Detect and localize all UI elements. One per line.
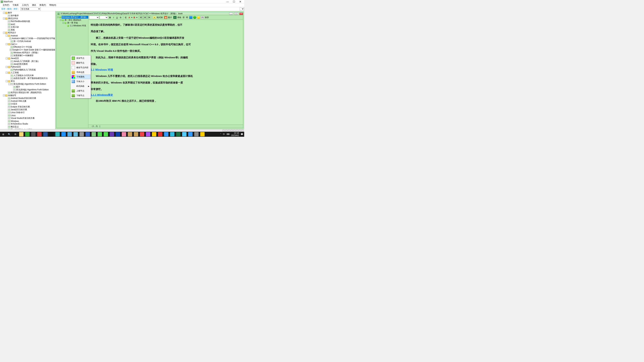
taskbar-app-icon[interactable] — [68, 132, 72, 136]
format-brush-icon[interactable]: ✎ — [153, 16, 156, 19]
tree-node[interactable]: -测试文件夹 — [0, 17, 55, 20]
tree-node[interactable]: 算法(第4版) Algorithms Furth Edition — [0, 88, 55, 91]
context-menu[interactable]: 添加节点删除节点修改节点内容书本信息字体颜色字体大小样式风格▶上移节点下移节点 — [70, 55, 91, 98]
taskbar-app-icon[interactable] — [158, 132, 162, 136]
tree-node[interactable]: 深度探索C++对象模型 — [0, 54, 55, 57]
insert-table-icon[interactable]: X — [173, 16, 176, 19]
tree-node[interactable]: C#语言 — [0, 103, 55, 105]
tree-node[interactable]: -Python语言 — [0, 65, 55, 68]
toggle-icon[interactable]: - — [3, 12, 5, 14]
tree-node[interactable]: 初中数学 — [0, 14, 55, 17]
tray-icon[interactable] — [230, 130, 233, 132]
module-extra-select[interactable] — [240, 7, 244, 10]
tray-icon[interactable] — [222, 130, 225, 132]
maximize-button[interactable]: ☐ — [231, 0, 237, 3]
toggle-icon[interactable]: - — [6, 35, 8, 36]
taskbar-search-icon[interactable]: 🔍 — [7, 132, 12, 136]
taskbar-taskview-icon[interactable]: ⧉ — [13, 132, 18, 136]
tree-node[interactable]: Eclipse 开发日积月累 — [0, 105, 55, 108]
tray-up-icon[interactable]: ˄ — [220, 133, 221, 135]
taskbar-app-icon[interactable] — [37, 132, 42, 136]
toggle-icon[interactable]: - — [3, 94, 5, 96]
font-family-select[interactable] — [89, 16, 99, 19]
tree-node[interactable]: RichTextBox表格问题 — [0, 20, 55, 23]
tree-node[interactable]: 概念定义 — [0, 125, 55, 128]
taskbar-edge-icon[interactable] — [55, 132, 60, 136]
taskbar-app-icon[interactable] — [116, 132, 120, 136]
notifications-icon[interactable]: 💬 — [241, 133, 243, 135]
taskbar-app-icon[interactable] — [170, 132, 174, 136]
toggle-icon[interactable]: - — [6, 80, 8, 82]
toggle-icon[interactable]: - — [6, 43, 8, 45]
tray-icon[interactable] — [236, 130, 238, 132]
taskbar-app-icon[interactable] — [164, 132, 168, 136]
taskbar-terminal-icon[interactable] — [49, 132, 54, 136]
taskbar-app-icon[interactable] — [74, 132, 78, 136]
taskbar-eclipse-icon[interactable] — [128, 132, 132, 136]
tree-node[interactable]: Windows 程序设计（第5版） — [0, 51, 55, 54]
tree-node[interactable]: 华为DevEco Studio — [0, 122, 55, 125]
tree-node[interactable]: Visual Studio开发日积月累 — [0, 117, 55, 120]
taskbar-app-icon[interactable] — [152, 132, 156, 136]
tool-blue-icon[interactable] — [189, 16, 192, 19]
taskbar-app-icon[interactable] — [122, 132, 126, 136]
tree-node[interactable]: Windows — [0, 120, 55, 122]
bg-color-button[interactable]: A — [128, 16, 131, 19]
tree-node[interactable]: -人工智能 — [0, 71, 55, 74]
underline-button[interactable]: U — [116, 16, 118, 19]
tree-node[interactable]: Linux Git命令行 — [0, 111, 55, 114]
taskbar-word-icon[interactable] — [43, 132, 48, 136]
tree-node[interactable]: Linux — [0, 114, 55, 117]
context-menu-item[interactable]: 修改节点内容 — [71, 65, 90, 70]
tree-node[interactable]: 图片 — [0, 85, 55, 88]
tree-node[interactable]: Google C++ Style Guide 谷歌 C++编码风格指南 — [0, 48, 55, 51]
tree[interactable]: -数学初中数学-测试文件夹RichTextBox表格问题test2五笔口诀表格-… — [0, 11, 55, 129]
align-left-button[interactable] — [140, 15, 143, 19]
menu-tools[interactable]: 工具(T) — [22, 4, 28, 6]
taskbar-app-icon[interactable] — [80, 132, 84, 136]
context-menu-item[interactable]: 书本信息 — [71, 70, 90, 75]
tree-node[interactable]: -算法(第4版) Algorithms Furth Edition — [0, 83, 55, 85]
tree-node[interactable]: 五笔口诀 — [0, 26, 55, 28]
taskbar-app-icon[interactable] — [188, 132, 192, 136]
start-button[interactable]: ⊞ — [1, 132, 5, 136]
ime-icon[interactable]: 中 — [223, 133, 225, 135]
editor[interactable]: 特别是C语言的结构和指针。了解标准C语言运行时库的某些知识是有帮助的，但不 用必… — [88, 20, 243, 124]
toggle-icon[interactable]: - — [6, 72, 8, 73]
decrypt-button[interactable]: 明 — [186, 16, 188, 19]
tree-node[interactable]: Android Studio开发日积月累 — [0, 97, 55, 100]
toggle-icon[interactable]: - — [8, 83, 10, 85]
tree-node[interactable]: 人工智能从小白到大神 — [0, 74, 55, 77]
tree-node[interactable]: -算法 — [0, 80, 55, 83]
context-menu-item[interactable]: 字体大小 — [71, 79, 90, 84]
insert-image-icon[interactable]: ▣ — [164, 16, 167, 19]
tree-node[interactable]: -Java语言 — [0, 57, 55, 60]
tray-icon[interactable] — [241, 130, 244, 132]
module-select[interactable]: 学习书本 — [20, 7, 40, 10]
tree-node[interactable]: Effective C++ 中文版 — [0, 45, 55, 48]
taskbar-app-icon[interactable] — [92, 132, 96, 136]
context-menu-item[interactable]: 下移节点 — [71, 93, 90, 98]
taskbar-excel-icon[interactable] — [176, 132, 180, 136]
context-menu-item[interactable]: 删除节点 — [71, 60, 90, 65]
tree-node[interactable]: 表格 — [0, 28, 55, 31]
context-menu-item[interactable]: 添加节点 — [71, 56, 90, 60]
taskbar-ie-icon[interactable] — [62, 132, 66, 136]
tree-node[interactable]: 第一行代码 Android — [0, 40, 55, 43]
tree-node[interactable]: -Android — [0, 34, 55, 37]
taskbar-vs-icon[interactable] — [110, 132, 114, 136]
encrypt-button[interactable]: 密 — [183, 16, 185, 19]
italic-button[interactable]: I — [112, 16, 115, 19]
toggle-icon[interactable]: - — [3, 17, 5, 19]
tree-node[interactable]: 自然语言处理：基于预训练模型的方法 — [0, 77, 55, 80]
taskbar-leaf-icon[interactable] — [104, 132, 108, 136]
toggle-icon[interactable]: - — [6, 66, 8, 68]
book-minimize-button[interactable]: _ — [229, 12, 233, 15]
book-maximize-button[interactable]: ☐ — [234, 12, 238, 15]
tray-icon[interactable] — [239, 130, 241, 132]
tray-icon[interactable] — [228, 130, 230, 132]
minimize-button[interactable]: — — [224, 0, 231, 3]
taskbar-app-icon[interactable] — [25, 132, 30, 136]
book-nav-node[interactable]: -第一章 开始 — [56, 21, 88, 24]
tree-node[interactable]: Android XML元素 — [0, 100, 55, 103]
